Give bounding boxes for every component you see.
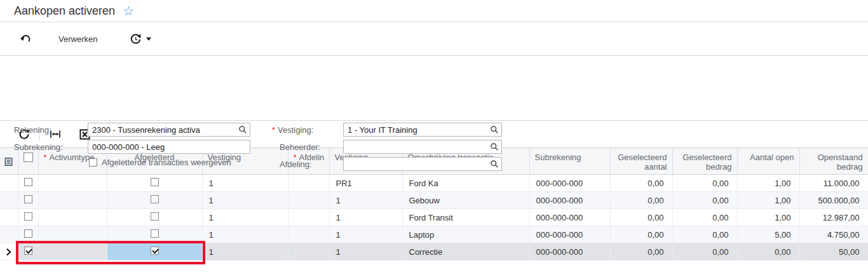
cell-geselecteerd-bedrag[interactable]: 0,00 bbox=[672, 209, 737, 226]
row-select-cell[interactable] bbox=[18, 192, 38, 209]
afgeletterd-checkbox[interactable] bbox=[151, 247, 159, 255]
afgeletterd-checkbox[interactable] bbox=[151, 178, 159, 186]
cell-vestiging[interactable]: 1 bbox=[202, 175, 288, 192]
cell-aantal-open[interactable]: 0,00 bbox=[737, 243, 799, 261]
row-select-cell[interactable] bbox=[18, 175, 38, 192]
process-button[interactable]: Verwerken bbox=[58, 34, 97, 44]
cell-openstaand-bedrag[interactable]: 12.987,00 bbox=[799, 209, 868, 226]
cell-afgeletterd[interactable] bbox=[107, 175, 202, 192]
cell-vestiging[interactable]: 1 bbox=[202, 192, 288, 209]
lookup-icon[interactable] bbox=[490, 142, 499, 151]
cell-afgeletterd[interactable] bbox=[107, 226, 202, 243]
row-select-checkbox[interactable] bbox=[24, 178, 32, 186]
vestiging-input[interactable] bbox=[343, 123, 502, 137]
cell-vestiging2[interactable]: 1 bbox=[329, 226, 402, 243]
cell-vestiging2[interactable]: 1 bbox=[329, 209, 402, 226]
cell-subrekening[interactable]: 000-000-000 bbox=[529, 226, 610, 243]
cell-aantal-open[interactable]: 1,00 bbox=[737, 175, 799, 192]
cell-geselecteerd-bedrag[interactable]: 0,00 bbox=[672, 175, 737, 192]
col-header-aantal-open[interactable]: Aantal open bbox=[737, 148, 799, 175]
row-select-cell[interactable] bbox=[18, 226, 38, 243]
cell-geselecteerd-aantal[interactable]: 0,00 bbox=[610, 192, 672, 209]
cell-geselecteerd-aantal[interactable]: 0,00 bbox=[610, 175, 672, 192]
lookup-icon[interactable] bbox=[490, 125, 499, 134]
cell-omschrijving[interactable]: Ford Transit bbox=[402, 209, 529, 226]
cell-afdeling[interactable] bbox=[288, 209, 329, 226]
cell-afdeling[interactable] bbox=[288, 226, 329, 243]
row-indicator-cell[interactable] bbox=[0, 175, 18, 192]
lookup-icon[interactable] bbox=[238, 125, 247, 134]
cell-subrekening[interactable]: 000-000-000 bbox=[529, 209, 610, 226]
row-select-cell[interactable] bbox=[18, 209, 38, 226]
row-indicator-cell[interactable] bbox=[0, 226, 18, 243]
col-header-openstaand-bedrag[interactable]: Openstaand bedrag bbox=[799, 148, 868, 175]
cell-activumtype[interactable] bbox=[38, 226, 107, 243]
cell-omschrijving[interactable]: Gebouw bbox=[402, 192, 529, 209]
cell-activumtype[interactable] bbox=[38, 192, 107, 209]
select-all-checkbox[interactable] bbox=[24, 153, 33, 162]
cell-geselecteerd-aantal[interactable]: 0,00 bbox=[610, 226, 672, 243]
row-indicator-cell[interactable] bbox=[0, 209, 18, 226]
undo-icon[interactable] bbox=[19, 32, 32, 45]
row-select-checkbox[interactable] bbox=[24, 229, 32, 238]
row-select-checkbox[interactable] bbox=[24, 247, 32, 255]
beheerder-input[interactable] bbox=[343, 140, 502, 154]
table-row[interactable]: 1 1 Laptop 000-000-000 0,00 0,00 5,00 4.… bbox=[0, 226, 868, 243]
cell-activumtype[interactable] bbox=[38, 243, 107, 261]
rekening-input[interactable] bbox=[88, 123, 250, 137]
cell-vestiging[interactable]: 1 bbox=[202, 226, 288, 243]
cell-activumtype[interactable] bbox=[38, 175, 107, 192]
cell-geselecteerd-aantal[interactable]: 0,00 bbox=[610, 209, 672, 226]
afgeletterd-checkbox[interactable] bbox=[151, 229, 159, 238]
cell-geselecteerd-bedrag[interactable]: 0,00 bbox=[672, 243, 737, 261]
cell-afgeletterd[interactable] bbox=[107, 209, 202, 226]
table-row[interactable]: 1 PR1 Ford Ka 000-000-000 0,00 0,00 1,00… bbox=[0, 175, 868, 192]
cell-geselecteerd-bedrag[interactable]: 0,00 bbox=[672, 226, 737, 243]
afdeling-input[interactable] bbox=[343, 157, 502, 171]
cell-subrekening[interactable]: 000-000-000 bbox=[529, 243, 610, 261]
subrekening-input[interactable] bbox=[88, 140, 250, 154]
schedule-icon[interactable] bbox=[129, 32, 142, 45]
row-indicator-cell[interactable] bbox=[0, 243, 18, 261]
table-row-selected[interactable]: 1 1 Correctie 000-000-000 0,00 0,00 0,00… bbox=[0, 243, 868, 261]
cell-geselecteerd-aantal[interactable]: 0,00 bbox=[610, 243, 672, 261]
cell-afgeletterd-active[interactable] bbox=[107, 243, 202, 261]
cell-omschrijving[interactable]: Ford Ka bbox=[402, 175, 529, 192]
cell-openstaand-bedrag[interactable]: 500.000,00 bbox=[799, 192, 868, 209]
row-indicator-cell[interactable] bbox=[0, 192, 18, 209]
cell-activumtype[interactable] bbox=[38, 209, 107, 226]
cell-omschrijving[interactable]: Correctie bbox=[402, 243, 529, 261]
cell-omschrijving[interactable]: Laptop bbox=[402, 226, 529, 243]
cell-afdeling[interactable] bbox=[288, 175, 329, 192]
row-select-checkbox[interactable] bbox=[24, 195, 32, 203]
chevron-down-icon[interactable] bbox=[146, 37, 151, 41]
cell-afdeling[interactable] bbox=[288, 192, 329, 209]
col-header-geselecteerd-bedrag[interactable]: Geselecteerd bedrag bbox=[672, 148, 737, 175]
cell-vestiging2[interactable]: PR1 bbox=[329, 175, 402, 192]
table-row[interactable]: 1 1 Gebouw 000-000-000 0,00 0,00 1,00 50… bbox=[0, 192, 868, 209]
cell-vestiging2[interactable]: 1 bbox=[329, 192, 402, 209]
cell-subrekening[interactable]: 000-000-000 bbox=[529, 175, 610, 192]
cell-vestiging[interactable]: 1 bbox=[202, 243, 288, 261]
lookup-icon[interactable] bbox=[490, 160, 499, 168]
afgeletterd-checkbox[interactable] bbox=[151, 212, 159, 221]
cell-afgeletterd[interactable] bbox=[107, 192, 202, 209]
show-reconciled-checkbox[interactable] bbox=[89, 158, 97, 167]
cell-aantal-open[interactable]: 1,00 bbox=[737, 192, 799, 209]
col-header-geselecteerd-aantal[interactable]: Geselecteerd aantal bbox=[610, 148, 672, 175]
cell-afdeling[interactable] bbox=[288, 243, 329, 261]
cell-aantal-open[interactable]: 5,00 bbox=[737, 226, 799, 243]
cell-openstaand-bedrag[interactable]: 4.750,00 bbox=[799, 226, 868, 243]
row-select-checkbox[interactable] bbox=[24, 212, 32, 221]
favorite-star-icon[interactable]: ☆ bbox=[123, 4, 134, 17]
afgeletterd-checkbox[interactable] bbox=[151, 195, 159, 203]
cell-aantal-open[interactable]: 1,00 bbox=[737, 209, 799, 226]
cell-openstaand-bedrag[interactable]: 50,00 bbox=[799, 243, 868, 261]
cell-subrekening[interactable]: 000-000-000 bbox=[529, 192, 610, 209]
col-header-subrekening[interactable]: Subrekening bbox=[529, 148, 610, 175]
schedule-menu[interactable] bbox=[129, 32, 151, 45]
cell-openstaand-bedrag[interactable]: 11.000,00 bbox=[799, 175, 868, 192]
row-select-cell[interactable] bbox=[18, 243, 38, 261]
cell-vestiging2[interactable]: 1 bbox=[329, 243, 402, 261]
table-row[interactable]: 1 1 Ford Transit 000-000-000 0,00 0,00 1… bbox=[0, 209, 868, 226]
